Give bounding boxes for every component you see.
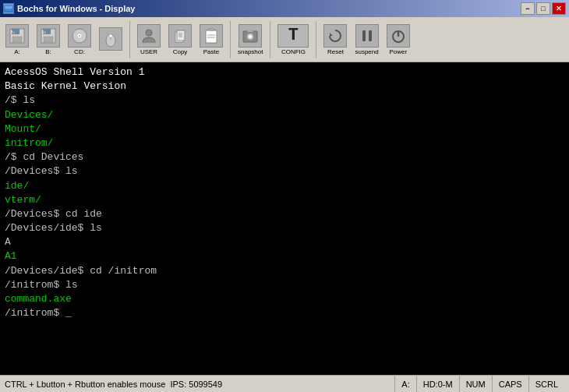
terminal-line: A [5, 235, 564, 249]
svg-rect-4 [12, 37, 22, 42]
toolbar-user[interactable]: USER [135, 22, 163, 58]
svg-point-16 [146, 30, 152, 36]
user-icon [137, 24, 161, 48]
mouse-icon [99, 27, 122, 51]
title-icon [3, 3, 14, 14]
svg-marker-31 [330, 33, 333, 36]
cdrom-icon [68, 24, 91, 48]
toolbar-mouse[interactable] [97, 25, 125, 54]
toolbar-floppy-a[interactable]: A: A: [3, 22, 31, 58]
title-bar: Bochs for Windows - Display − □ ✕ [0, 0, 569, 17]
floppy-a-label: A: [14, 48, 20, 55]
terminal-line: /Devices/ide$ cd /initrom [5, 264, 564, 278]
toolbar-sep-1 [129, 21, 130, 58]
svg-rect-33 [369, 30, 372, 41]
floppy-b-icon: B: [37, 24, 60, 48]
terminal-line: ide/ [5, 179, 564, 193]
config-icon: T [277, 24, 309, 48]
close-button[interactable]: ✕ [552, 2, 566, 15]
cdrom-label: CD: [74, 48, 85, 55]
floppy-a-icon: A: [5, 24, 29, 48]
svg-rect-24 [209, 29, 214, 31]
status-mouse-info: CTRL + Lbutton + Rbutton enables mouse I… [5, 376, 395, 392]
snapshot-icon [239, 24, 262, 48]
terminal-line: vterm/ [5, 193, 564, 207]
terminal-line: A1 [5, 249, 564, 263]
terminal-line: Devices/ [5, 108, 564, 122]
terminal-line: /Devices$ ls [5, 164, 564, 178]
svg-text:B:: B: [42, 30, 47, 34]
reset-icon [323, 24, 347, 48]
toolbar-suspend[interactable]: suspend [352, 22, 380, 58]
status-scrl: SCRL [529, 376, 564, 392]
svg-rect-23 [206, 30, 217, 43]
toolbar-config[interactable]: T CONFIG [275, 22, 311, 58]
config-label: CONFIG [281, 48, 306, 55]
status-hd: HD:0-M [417, 376, 460, 392]
suspend-label: suspend [355, 48, 378, 55]
terminal-line: /initrom$ _ [5, 306, 564, 320]
suspend-icon [355, 24, 379, 48]
toolbar-sep-4 [316, 21, 316, 58]
status-bar: CTRL + Lbutton + Rbutton enables mouse I… [0, 375, 569, 392]
toolbar-sep-2 [230, 21, 231, 58]
svg-point-15 [109, 34, 112, 37]
status-caps: CAPS [493, 376, 529, 392]
copy-icon [168, 24, 192, 48]
user-label: USER [140, 48, 157, 55]
toolbar-reset[interactable]: Reset [321, 22, 349, 58]
svg-rect-8 [44, 37, 53, 42]
toolbar-power[interactable]: Power [384, 22, 412, 58]
terminal-line: /initrom$ ls [5, 278, 564, 292]
toolbar-snapshot[interactable]: snapshot [235, 22, 265, 58]
toolbar-sep-3 [270, 21, 270, 58]
terminal-line: /$ ls [5, 94, 564, 108]
power-icon [387, 24, 410, 48]
terminal-line: AcessOS Shell Version 1 [5, 65, 564, 79]
terminal-line: Basic Kernel Version [5, 79, 564, 94]
terminal[interactable]: AcessOS Shell Version 1Basic Kernel Vers… [0, 62, 569, 375]
floppy-b-label: B: [45, 48, 51, 55]
svg-point-30 [249, 35, 252, 38]
status-ips-value: 5099549 [189, 380, 222, 389]
svg-rect-32 [362, 30, 366, 41]
status-drive-a: A: [395, 376, 416, 392]
paste-label: Paste [203, 48, 219, 55]
terminal-line: command.axe [5, 292, 564, 306]
toolbar-paste[interactable]: Paste [197, 22, 225, 58]
svg-point-12 [79, 35, 80, 37]
svg-rect-29 [247, 30, 253, 32]
terminal-line: initrom/ [5, 136, 564, 150]
window-title: Bochs for Windows - Display [17, 4, 135, 13]
terminal-line: /Devices/ide$ ls [5, 221, 564, 235]
copy-label: Copy [173, 48, 188, 55]
title-left: Bochs for Windows - Display [3, 3, 135, 14]
svg-text:A:: A: [11, 30, 16, 34]
paste-icon [200, 24, 223, 48]
reset-label: Reset [327, 48, 344, 55]
minimize-button[interactable]: − [521, 2, 535, 15]
svg-rect-1 [5, 6, 12, 9]
snapshot-label: snapshot [238, 48, 263, 55]
toolbar: A: A: B: B: CD: [0, 17, 569, 62]
terminal-line: /Devices$ cd ide [5, 207, 564, 221]
status-num: NUM [460, 376, 493, 392]
maximize-button[interactable]: □ [536, 2, 550, 15]
terminal-line: Mount/ [5, 122, 564, 136]
toolbar-copy[interactable]: Copy [166, 22, 194, 58]
svg-rect-18 [177, 30, 185, 41]
toolbar-cdrom[interactable]: CD: [65, 22, 94, 58]
power-label: Power [389, 48, 407, 55]
toolbar-floppy-b[interactable]: B: B: [34, 22, 62, 58]
title-buttons: − □ ✕ [521, 2, 566, 15]
terminal-line: /$ cd Devices [5, 150, 564, 164]
